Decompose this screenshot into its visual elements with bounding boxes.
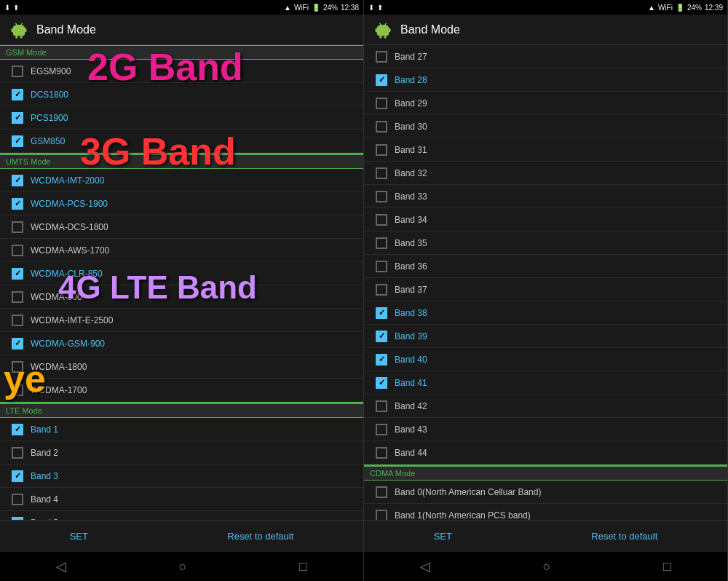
- band-item[interactable]: Band 29: [364, 92, 727, 115]
- band-item[interactable]: Band 38: [364, 301, 727, 325]
- band-checkbox: [376, 486, 387, 498]
- gsm-bands-list: EGSM900DCS1800PCS1900GSM850: [0, 60, 363, 153]
- band-item[interactable]: WCDMA-IMT-E-2500: [0, 309, 363, 332]
- band-item[interactable]: Band 39: [364, 325, 727, 348]
- band-item[interactable]: WCDMA-DCS-1800: [0, 216, 363, 239]
- home-icon-right[interactable]: ○: [543, 559, 551, 574]
- status-right-icons: ▲ WiFi 🔋 24% 12:38: [284, 4, 359, 12]
- band-checkbox: [12, 291, 23, 303]
- band-checkbox: [376, 354, 387, 365]
- band-label: Band 37: [395, 285, 427, 295]
- set-button-left[interactable]: SET: [55, 525, 103, 548]
- nav-bar-right: ◁ ○ □: [364, 552, 727, 581]
- band-label: PCS1900: [31, 113, 68, 123]
- band-item[interactable]: WCDMA-GSM-900: [0, 332, 363, 355]
- band-label: WCDMA-IMT-2000: [31, 175, 104, 186]
- band-label: Band 35: [395, 238, 427, 248]
- back-icon-right[interactable]: ◁: [420, 558, 430, 574]
- band-label: Band 1(North American PCS band): [395, 510, 531, 521]
- back-icon-left[interactable]: ◁: [56, 558, 66, 574]
- band-label: Band 29: [395, 98, 427, 108]
- band-item[interactable]: Band 42: [364, 395, 727, 418]
- upper-bands-list: Band 27Band 28Band 29Band 30Band 31Band …: [364, 45, 727, 465]
- band-checkbox: [12, 175, 23, 186]
- band-item[interactable]: Band 0(North American Celluar Band): [364, 481, 727, 504]
- band-label: WCDMA-800: [31, 292, 82, 302]
- band-item[interactable]: Band 41: [364, 371, 727, 395]
- cdma-section-header: CDMA Mode: [364, 466, 727, 481]
- band-item[interactable]: Band 5: [0, 511, 363, 520]
- bottom-bar-left: SET Reset to default: [0, 520, 363, 552]
- band-item[interactable]: WCDMA-CLR-850: [0, 262, 363, 285]
- battery-percent-right: 24%: [687, 4, 702, 12]
- battery-icon-right: 🔋: [676, 4, 684, 12]
- band-item[interactable]: Band 33: [364, 185, 727, 208]
- status-left-icons: ⬇ ⬆: [4, 4, 19, 12]
- band-item[interactable]: Band 3: [0, 465, 363, 488]
- band-checkbox: [376, 191, 387, 202]
- reset-button-right[interactable]: Reset to default: [577, 525, 672, 548]
- wifi-icon-right: WiFi: [658, 4, 673, 12]
- band-label: Band 42: [395, 401, 427, 411]
- band-item[interactable]: Band 30: [364, 115, 727, 138]
- band-item[interactable]: DCS1800: [0, 83, 363, 106]
- band-item[interactable]: GSM850: [0, 130, 363, 153]
- battery-icon: 🔋: [312, 4, 320, 12]
- band-label: WCDMA-GSM-900: [31, 339, 105, 349]
- band-item[interactable]: WCDMA-AWS-1700: [0, 239, 363, 262]
- svg-rect-10: [376, 28, 379, 32]
- status-left-icons-right: ⬇ ⬆: [368, 4, 383, 12]
- band-checkbox: [12, 315, 23, 326]
- band-label: Band 40: [395, 355, 427, 365]
- band-item[interactable]: WCDMA-PCS-1900: [0, 192, 363, 216]
- band-item[interactable]: EGSM900: [0, 60, 363, 83]
- nav-bar-left: ◁ ○ □: [0, 552, 363, 581]
- band-item[interactable]: WCDMA-1700: [0, 379, 363, 402]
- band-label: WCDMA-AWS-1700: [31, 245, 109, 256]
- band-label: Band 38: [395, 308, 427, 318]
- band-item[interactable]: Band 44: [364, 441, 727, 465]
- band-item[interactable]: Band 1: [0, 418, 363, 441]
- svg-rect-13: [384, 36, 387, 39]
- reset-button-left[interactable]: Reset to default: [213, 525, 308, 548]
- band-label: Band 1: [31, 424, 58, 435]
- band-checkbox: [376, 510, 387, 521]
- band-label: Band 44: [395, 448, 427, 458]
- band-item[interactable]: Band 40: [364, 348, 727, 371]
- signal-icon: ▲: [284, 4, 291, 12]
- band-item[interactable]: Band 36: [364, 255, 727, 278]
- band-item[interactable]: WCDMA-1800: [0, 355, 363, 379]
- recents-icon-left[interactable]: □: [299, 559, 307, 574]
- band-item[interactable]: WCDMA-800: [0, 285, 363, 309]
- band-item[interactable]: Band 4: [0, 488, 363, 511]
- band-item[interactable]: Band 1(North American PCS band): [364, 504, 727, 520]
- band-item[interactable]: Band 32: [364, 162, 727, 185]
- band-checkbox: [12, 268, 23, 280]
- band-checkbox: [376, 144, 387, 156]
- band-item[interactable]: Band 27: [364, 45, 727, 68]
- band-item[interactable]: Band 31: [364, 138, 727, 162]
- download-icon-right: ⬇: [368, 4, 374, 12]
- set-button-right[interactable]: SET: [419, 525, 467, 548]
- band-item[interactable]: Band 2: [0, 441, 363, 465]
- title-bar-right: Band Mode: [364, 15, 727, 45]
- band-checkbox: [12, 135, 23, 147]
- band-label: Band 36: [395, 261, 427, 272]
- band-item[interactable]: Band 35: [364, 232, 727, 255]
- band-item[interactable]: WCDMA-IMT-2000: [0, 169, 363, 192]
- home-icon-left[interactable]: ○: [179, 559, 187, 574]
- band-item[interactable]: Band 43: [364, 418, 727, 441]
- band-item[interactable]: Band 28: [364, 68, 727, 92]
- band-checkbox: [376, 74, 387, 86]
- band-label: Band 39: [395, 331, 427, 341]
- band-checkbox: [12, 112, 23, 124]
- band-label: Band 0(North American Celluar Band): [395, 487, 541, 497]
- svg-rect-12: [379, 36, 381, 39]
- band-checkbox: [376, 121, 387, 133]
- band-item[interactable]: Band 34: [364, 208, 727, 232]
- band-checkbox: [376, 284, 387, 296]
- band-item[interactable]: Band 37: [364, 278, 727, 301]
- recents-icon-right[interactable]: □: [663, 559, 671, 574]
- band-item[interactable]: PCS1900: [0, 106, 363, 130]
- band-label: GSM850: [31, 136, 65, 146]
